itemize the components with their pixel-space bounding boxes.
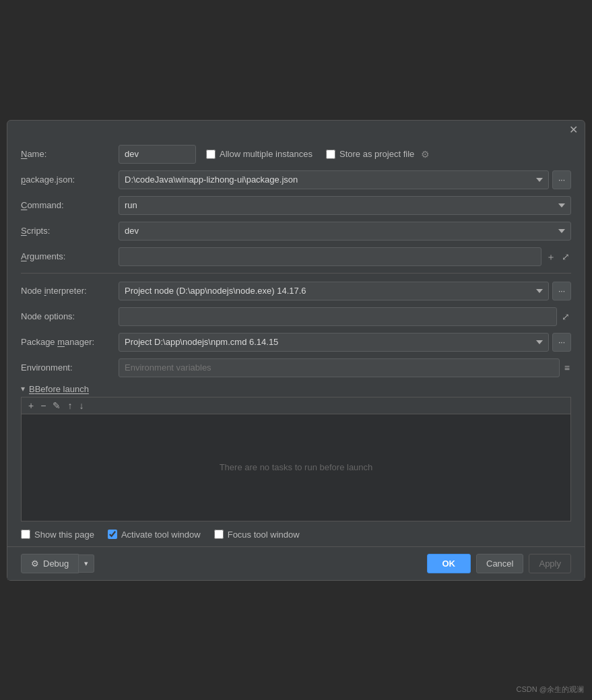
environment-label: Environment: — [21, 362, 119, 373]
scripts-row: Scripts: dev — [21, 222, 571, 241]
environment-input[interactable] — [119, 358, 560, 377]
focus-window-checkbox[interactable] — [214, 530, 224, 539]
section-divider — [21, 273, 571, 274]
arguments-wrapper: ＋ ⤢ — [119, 247, 571, 266]
arguments-add-icon[interactable]: ＋ — [545, 251, 557, 263]
toolbar-move-down-button[interactable]: ↓ — [76, 400, 86, 412]
name-row: Name: Allow multiple instances Store as … — [21, 145, 571, 164]
before-launch-toolbar: + − ✎ ↑ ↓ — [21, 397, 571, 414]
environment-edit-icon[interactable]: ≡ — [563, 362, 571, 374]
debug-icon: ⚙ — [31, 559, 39, 569]
node-interpreter-browse-button[interactable]: ··· — [552, 282, 571, 300]
node-interpreter-label: Node interpreter: — [21, 286, 119, 296]
activate-window-checkbox[interactable] — [108, 530, 117, 539]
gear-icon: ⚙ — [421, 149, 430, 160]
focus-window-label: Focus tool window — [228, 530, 300, 540]
allow-multiple-checkbox[interactable] — [206, 150, 216, 159]
debug-button[interactable]: ⚙ Debug — [21, 554, 79, 573]
apply-button[interactable]: Apply — [529, 554, 571, 573]
arguments-input[interactable] — [119, 247, 541, 266]
before-launch-content: There are no tasks to run before launch — [21, 414, 571, 521]
package-manager-row: Package manager: Project D:\app\nodejs\n… — [21, 333, 571, 352]
dialog-footer: ⚙ Debug ▾ OK Cancel Apply — [7, 546, 585, 580]
store-project-checkbox[interactable] — [326, 150, 335, 159]
environment-wrapper: ≡ — [119, 358, 571, 377]
show-page-label: Show this page — [34, 530, 94, 540]
dialog-content: Name: Allow multiple instances Store as … — [7, 138, 585, 546]
before-launch-section: ▾ BBefore launch + − ✎ ↑ ↓ There are no … — [21, 384, 571, 546]
empty-message: There are no tasks to run before launch — [220, 462, 373, 472]
toolbar-remove-button[interactable]: − — [38, 400, 48, 412]
name-input[interactable] — [119, 145, 196, 164]
package-manager-select[interactable]: Project D:\app\nodejs\npm.cmd 6.14.15 — [119, 333, 549, 352]
package-json-combo-wrapper: D:\codeJava\winapp-lizhong-ui\package.js… — [119, 170, 571, 189]
toolbar-edit-button[interactable]: ✎ — [50, 400, 63, 412]
command-row: Command: run — [21, 196, 571, 215]
package-json-row: package.json: D:\codeJava\winapp-lizhong… — [21, 170, 571, 189]
allow-multiple-label: Allow multiple instances — [220, 149, 313, 159]
name-label: Name: — [21, 149, 119, 159]
scripts-label: Scripts: — [21, 226, 119, 236]
debug-label: Debug — [43, 559, 69, 569]
scripts-select[interactable]: dev — [119, 222, 571, 241]
store-project-checkbox-item[interactable]: Store as project file ⚙ — [326, 149, 430, 160]
bottom-checkboxes: Show this page Activate tool window Focu… — [21, 521, 571, 546]
activate-window-checkbox-item[interactable]: Activate tool window — [108, 530, 201, 540]
ok-button[interactable]: OK — [427, 554, 471, 573]
cancel-button[interactable]: Cancel — [476, 554, 523, 573]
command-select[interactable]: run — [119, 196, 571, 215]
package-manager-combo-wrapper: Project D:\app\nodejs\npm.cmd 6.14.15 ··… — [119, 333, 571, 352]
show-page-checkbox-item[interactable]: Show this page — [21, 530, 94, 540]
node-options-wrapper: ⤢ — [119, 307, 571, 326]
focus-window-checkbox-item[interactable]: Focus tool window — [214, 530, 300, 540]
store-project-label: Store as project file — [339, 149, 414, 159]
command-combo-wrapper: run — [119, 196, 571, 215]
title-bar: ✕ — [7, 121, 585, 138]
before-launch-title: BBefore launch — [29, 384, 89, 394]
package-manager-label: Package manager: — [21, 337, 119, 347]
debug-dropdown-button[interactable]: ▾ — [79, 554, 94, 573]
command-label: Command: — [21, 200, 119, 210]
checkbox-group: Allow multiple instances Store as projec… — [206, 149, 430, 160]
show-page-checkbox[interactable] — [21, 530, 30, 539]
node-options-input[interactable] — [119, 307, 557, 326]
allow-multiple-checkbox-item[interactable]: Allow multiple instances — [206, 149, 313, 159]
arguments-expand-icon[interactable]: ⤢ — [560, 251, 571, 263]
arguments-row: Arguments: ＋ ⤢ — [21, 247, 571, 266]
node-options-row: Node options: ⤢ — [21, 307, 571, 326]
watermark: CSDN @余生的观澜 — [517, 685, 584, 695]
run-debug-dialog: ✕ Name: Allow multiple instances Store a… — [7, 120, 585, 581]
activate-window-label: Activate tool window — [121, 530, 201, 540]
package-json-select[interactable]: D:\codeJava\winapp-lizhong-ui\package.js… — [119, 170, 549, 189]
toolbar-add-button[interactable]: + — [26, 400, 36, 412]
arguments-label: Arguments: — [21, 251, 119, 261]
collapse-icon: ▾ — [21, 384, 25, 393]
node-options-expand-icon[interactable]: ⤢ — [560, 311, 571, 323]
close-button[interactable]: ✕ — [569, 125, 578, 135]
toolbar-move-up-button[interactable]: ↑ — [65, 400, 75, 412]
debug-btn-group: ⚙ Debug ▾ — [21, 554, 94, 573]
node-interpreter-select[interactable]: Project node (D:\app\nodejs\node.exe) 14… — [119, 282, 549, 300]
package-manager-browse-button[interactable]: ··· — [552, 333, 571, 352]
before-launch-header[interactable]: ▾ BBefore launch — [21, 384, 571, 394]
scripts-combo-wrapper: dev — [119, 222, 571, 241]
package-json-label: package.json: — [21, 174, 119, 185]
environment-row: Environment: ≡ — [21, 358, 571, 377]
node-interpreter-row: Node interpreter: Project node (D:\app\n… — [21, 282, 571, 300]
node-interpreter-combo-wrapper: Project node (D:\app\nodejs\node.exe) 14… — [119, 282, 571, 300]
package-json-browse-button[interactable]: ··· — [552, 170, 571, 189]
node-options-label: Node options: — [21, 311, 119, 321]
